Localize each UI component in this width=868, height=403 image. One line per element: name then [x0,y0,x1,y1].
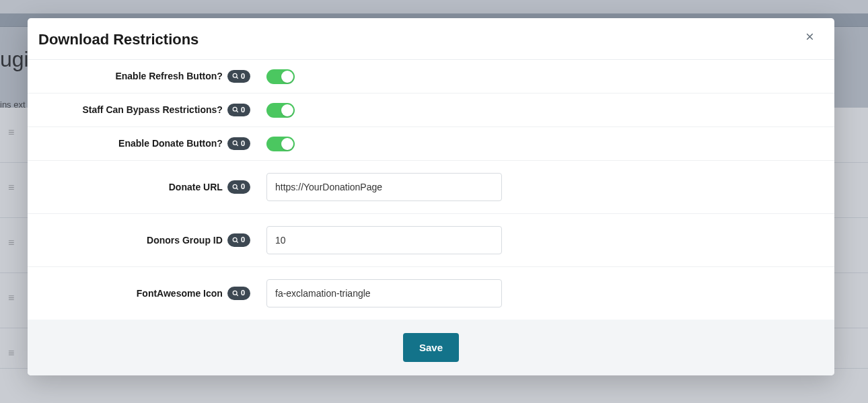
close-button[interactable] [804,31,816,45]
label-donors-group: Donors Group ID [147,235,223,246]
search-icon [232,237,239,244]
svg-point-2 [233,141,237,145]
translation-badge[interactable]: 0 [227,180,250,193]
translation-badge[interactable]: 0 [227,287,250,299]
svg-point-5 [233,291,237,295]
translation-badge[interactable]: 0 [227,70,250,83]
search-icon [232,140,239,147]
label-staff-bypass: Staff Can Bypass Restrictions? [82,104,223,115]
input-fa-icon[interactable] [266,279,502,307]
input-donors-group[interactable] [266,226,502,254]
row-fa-icon: FontAwesome Icon 0 [28,267,834,320]
toggle-knob [281,138,293,150]
label-enable-donate: Enable Donate Button? [118,138,223,149]
badge-count: 0 [241,235,245,245]
modal-footer: Save [28,320,834,375]
svg-point-4 [233,237,237,242]
modal-header: Download Restrictions [28,18,834,60]
toggle-staff-bypass[interactable] [266,103,295,118]
modal-title: Download Restrictions [38,31,198,48]
row-donors-group: Donors Group ID 0 [28,214,834,267]
toggle-knob [281,104,293,116]
badge-count: 0 [241,182,245,192]
toggle-enable-refresh[interactable] [266,69,295,84]
toggle-knob [281,71,293,83]
translation-badge[interactable]: 0 [227,233,250,246]
close-icon [804,31,816,42]
save-button[interactable]: Save [403,333,459,362]
search-icon [232,184,239,190]
search-icon [232,106,239,113]
modal-body: Enable Refresh Button? 0 Staff Can Bypas… [28,60,834,320]
badge-count: 0 [241,139,245,149]
label-enable-refresh: Enable Refresh Button? [115,71,222,81]
svg-point-0 [233,74,237,78]
row-enable-refresh: Enable Refresh Button? 0 [28,60,834,94]
row-enable-donate: Enable Donate Button? 0 [28,127,834,161]
label-donate-url: Donate URL [169,182,223,192]
modal-download-restrictions: Download Restrictions Enable Refresh But… [28,18,834,375]
svg-point-1 [233,108,237,112]
badge-count: 0 [241,71,245,81]
search-icon [232,290,239,297]
input-donate-url[interactable] [266,173,502,201]
translation-badge[interactable]: 0 [227,137,250,150]
search-icon [232,73,239,79]
translation-badge[interactable]: 0 [227,104,250,116]
svg-point-3 [233,184,237,188]
label-fa-icon: FontAwesome Icon [137,288,223,299]
row-donate-url: Donate URL 0 [28,161,834,214]
toggle-enable-donate[interactable] [266,137,295,151]
badge-count: 0 [241,105,245,115]
badge-count: 0 [241,288,245,298]
row-staff-bypass: Staff Can Bypass Restrictions? 0 [28,94,834,127]
